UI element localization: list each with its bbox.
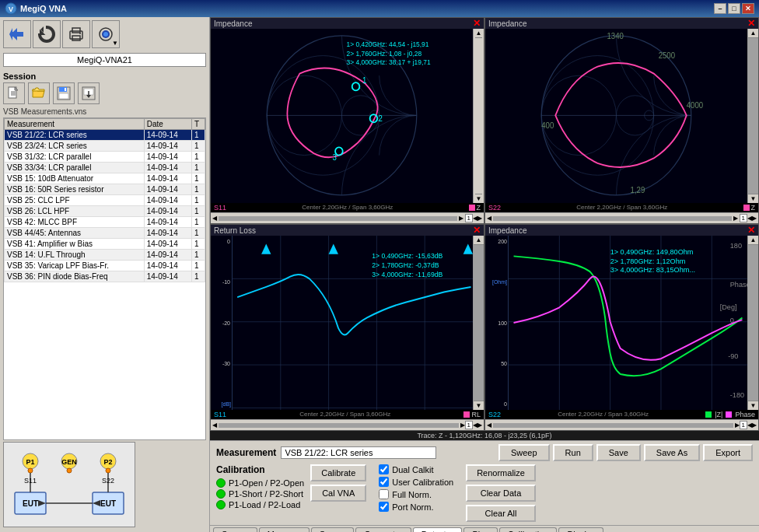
chart-tr-close[interactable]: ✕ xyxy=(747,19,755,28)
run-button[interactable]: Run xyxy=(553,444,593,461)
table-row[interactable]: VSB 14: U.FL Through14-09-141 xyxy=(5,250,205,261)
chart-bl-port: S11 xyxy=(214,411,226,418)
tab-display[interactable]: Display xyxy=(558,527,603,532)
table-row[interactable]: VSB 31/32: LCR parallel14-09-141 xyxy=(5,152,205,163)
cell-name: VSB 25: CLC LPF xyxy=(5,195,145,206)
cell-t: 1 xyxy=(191,228,205,239)
calib-options: Dual Calkit User Calibration Full Norm. … xyxy=(379,464,453,512)
scroll-track-tr xyxy=(748,38,758,194)
chart-br-close[interactable]: ✕ xyxy=(747,226,755,235)
open-session-button[interactable] xyxy=(28,82,50,104)
trace-z-abs-color xyxy=(705,411,712,418)
scroll-up-btn-tr[interactable]: ▲ xyxy=(748,29,758,38)
page-next-br[interactable]: ▶ xyxy=(752,422,757,429)
close-button[interactable]: ✕ xyxy=(742,3,754,14)
table-row[interactable]: VSB 42: MLCC BPF14-09-141 xyxy=(5,217,205,228)
chart-tr-title: Impedance xyxy=(488,19,526,28)
charts-grid: Impedance ✕ xyxy=(210,17,759,431)
new-session-button[interactable] xyxy=(3,82,25,104)
page-num-bl: 1 xyxy=(465,421,473,429)
dual-calkit-checkbox[interactable] xyxy=(379,464,389,474)
cell-name: VSB 41: Amplifier w Bias xyxy=(5,239,145,250)
led-open xyxy=(216,478,226,488)
cell-date: 14-09-14 xyxy=(144,141,191,152)
minimize-button[interactable]: – xyxy=(714,3,726,14)
tab-measure[interactable]: Measure xyxy=(259,527,310,532)
trace-info-bar: Trace: Z - 1,120GHz: 16,08 - j23,25 (6,1… xyxy=(210,431,759,440)
scroll-down-btn-bl[interactable]: ▼ xyxy=(474,401,484,410)
scroll-left-btn[interactable]: ◀ xyxy=(212,215,217,222)
scroll-right-btn-tr[interactable]: ▶ xyxy=(733,215,738,222)
dual-calkit-label: Dual Calkit xyxy=(392,465,433,474)
tab-generator[interactable]: Generator xyxy=(355,527,411,532)
calib-check-2: P1-Short / P2-Short xyxy=(216,489,304,499)
port-norm-checkbox[interactable] xyxy=(379,502,389,512)
tab-sweep[interactable]: Sweep xyxy=(311,527,355,532)
chart-br-nav: ◀ ▶ 1 ◀ ▶ xyxy=(485,419,758,430)
chart-bl-yaxis: 0 -10 -20 -30 [dB] xyxy=(211,236,233,410)
tab-calibration[interactable]: Calibration xyxy=(499,527,558,532)
tab-screen[interactable]: Screen xyxy=(213,527,257,532)
maximize-button[interactable]: □ xyxy=(728,3,740,14)
svg-text:P2: P2 xyxy=(103,458,112,466)
scroll-left-btn-br[interactable]: ◀ xyxy=(487,422,491,429)
page-num-br: 1 xyxy=(740,421,747,429)
table-row[interactable]: VSB 26: LCL HPF14-09-141 xyxy=(5,206,205,217)
table-row[interactable]: VSB 15: 10dB Attenuator14-09-141 xyxy=(5,173,205,184)
save-session-button[interactable] xyxy=(53,82,75,104)
clear-data-button[interactable]: Clear Data xyxy=(466,485,536,502)
user-calib-label: User Calibration xyxy=(392,478,453,487)
back-button[interactable] xyxy=(3,20,31,48)
page-next-bl[interactable]: ▶ xyxy=(477,422,482,429)
table-row[interactable]: VSB 21/22: LCR series14-09-141 xyxy=(5,130,205,141)
measurement-row: Measurement Sweep Run Save Save As Expor… xyxy=(216,444,753,461)
save-button[interactable]: Save xyxy=(596,444,641,461)
table-row[interactable]: VSB 16: 50R Series resistor14-09-141 xyxy=(5,184,205,195)
scroll-down-btn-tr[interactable]: ▼ xyxy=(748,194,758,203)
sweep-button[interactable]: Sweep xyxy=(498,444,550,461)
table-row[interactable]: VSB 33/34: LCR parallel14-09-141 xyxy=(5,163,205,173)
scroll-right-btn[interactable]: ▶ xyxy=(459,215,463,222)
user-calib-checkbox[interactable] xyxy=(379,477,389,487)
full-norm-checkbox[interactable] xyxy=(379,489,389,499)
calibrate-button[interactable]: Calibrate xyxy=(310,464,366,481)
user-calib-option: User Calibration xyxy=(379,477,453,487)
clear-all-button[interactable]: Clear All xyxy=(466,505,536,522)
save-as-button[interactable]: Save As xyxy=(644,444,700,461)
chart-br-center: Center 2,20GHz / Span 3,60GHz xyxy=(558,411,649,418)
svg-text:2> 1,780GHz: 1,12Ohm: 2> 1,780GHz: 1,12Ohm xyxy=(610,257,686,265)
record-button[interactable]: ▼ xyxy=(92,20,120,48)
svg-rect-6 xyxy=(72,28,80,33)
table-row[interactable]: VSB 41: Amplifier w Bias14-09-141 xyxy=(5,239,205,250)
tab-detector[interactable]: Detector xyxy=(413,527,463,532)
scroll-up-btn[interactable]: ▲ xyxy=(475,29,483,38)
print-button[interactable] xyxy=(62,20,90,48)
export-session-button[interactable] xyxy=(78,82,100,104)
refresh-button[interactable] xyxy=(33,20,61,48)
scroll-left-btn-tr[interactable]: ◀ xyxy=(487,215,491,222)
table-row[interactable]: VSB 25: CLC LPF14-09-141 xyxy=(5,195,205,206)
scroll-up-btn-br[interactable]: ▲ xyxy=(748,236,758,245)
measurement-section-label: Measurement xyxy=(216,447,276,458)
table-row[interactable]: VSB 23/24: LCR series14-09-141 xyxy=(5,141,205,152)
renormalize-button[interactable]: Renormalize xyxy=(466,464,536,481)
table-row[interactable]: VSB 44/45: Antennas14-09-141 xyxy=(5,228,205,239)
page-next[interactable]: ▶ xyxy=(477,215,482,222)
cell-date: 14-09-14 xyxy=(144,217,191,228)
scroll-up-btn-bl[interactable]: ▲ xyxy=(474,236,484,245)
table-row[interactable]: VSB 36: PIN diode Bias-Freq14-09-141 xyxy=(5,271,205,282)
calib-check-3: P1-Load / P2-Load xyxy=(216,500,304,509)
chart-tl-close[interactable]: ✕ xyxy=(473,19,481,28)
cal-vna-button[interactable]: Cal VNA xyxy=(310,485,366,502)
scroll-down-btn-br[interactable]: ▼ xyxy=(748,401,758,410)
scroll-down-btn[interactable]: ▼ xyxy=(475,194,483,203)
full-norm-option: Full Norm. xyxy=(379,489,453,499)
chart-bl-close[interactable]: ✕ xyxy=(473,226,481,235)
page-next-tr[interactable]: ▶ xyxy=(752,215,757,222)
measurement-name-input[interactable] xyxy=(281,446,436,459)
export-button[interactable]: Export xyxy=(703,444,753,461)
table-row[interactable]: VSB 35: Varicap LPF Bias-Fr.14-09-141 xyxy=(5,261,205,271)
print-icon xyxy=(67,25,86,44)
scroll-left-btn-bl[interactable]: ◀ xyxy=(212,422,217,429)
tab-bias[interactable]: Bias xyxy=(463,527,497,532)
